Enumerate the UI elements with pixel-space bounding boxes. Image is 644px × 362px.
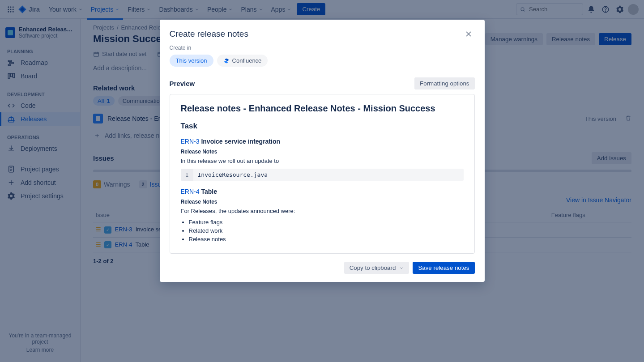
preview-subheading: Release Notes <box>181 199 464 205</box>
preview-item-title: ERN-3 Invoice service integration <box>181 138 464 145</box>
copy-to-clipboard-button[interactable]: Copy to clipboard <box>344 262 409 274</box>
pill-confluence[interactable]: Confluence <box>217 55 268 67</box>
preview-label: Preview <box>170 80 195 87</box>
formatting-options-button[interactable]: Formatting options <box>414 77 474 89</box>
close-icon[interactable] <box>462 28 475 40</box>
create-in-label: Create in <box>170 45 475 51</box>
chevron-down-icon <box>399 266 404 270</box>
preview-issue-key[interactable]: ERN-3 <box>181 138 200 145</box>
create-release-notes-modal: Create release notes Create in This vers… <box>160 20 485 282</box>
code-block: 1InvoiceResource.java <box>181 169 464 181</box>
preview-item-title: ERN-4 Table <box>181 188 464 195</box>
pill-this-version[interactable]: This version <box>170 55 213 67</box>
preview-section: Task <box>181 122 464 131</box>
preview-text: In this release we roll out an update to <box>181 158 464 164</box>
preview-heading: Release notes - Enhanced Release Notes -… <box>181 103 464 114</box>
preview-subheading: Release Notes <box>181 149 464 155</box>
preview-panel: Release notes - Enhanced Release Notes -… <box>170 94 475 254</box>
modal-title: Create release notes <box>170 29 462 39</box>
confluence-icon <box>223 58 230 64</box>
modal-overlay: Create release notes Create in This vers… <box>0 0 644 362</box>
list-item: Release notes <box>189 236 464 243</box>
save-release-notes-button[interactable]: Save release notes <box>413 262 474 274</box>
preview-text: For Releases, the updates announced were… <box>181 208 464 214</box>
preview-list: Feature flagsRelated workRelease notes <box>189 219 464 243</box>
list-item: Feature flags <box>189 219 464 226</box>
list-item: Related work <box>189 227 464 234</box>
preview-issue-key[interactable]: ERN-4 <box>181 188 200 195</box>
